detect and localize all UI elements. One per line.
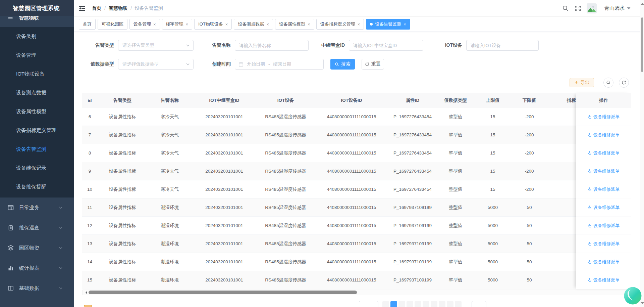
pager-page-button[interactable] xyxy=(390,301,397,307)
tab-home[interactable]: 首页 xyxy=(79,19,96,30)
table-cell: RS485温湿度传感器 xyxy=(257,114,315,120)
reset-button-label: 重置 xyxy=(371,61,381,67)
refresh-table-button[interactable] xyxy=(619,78,629,88)
sidebar-group-maintenance-inspection[interactable]: 维保巡查 xyxy=(0,218,74,238)
tab-iot-devices[interactable]: IOT物联设备× xyxy=(194,19,232,30)
dispatch-order-label: 设备维修派单 xyxy=(593,223,620,229)
tab-measure-point-data[interactable]: 设备测点数据× xyxy=(234,19,273,30)
sidebar-item-label: 设备管理 xyxy=(16,52,36,58)
breadcrumb-home[interactable]: 首页 xyxy=(92,5,101,11)
tab-alarm-monitoring[interactable]: 设备告警监测× xyxy=(366,19,410,30)
tab-close-icon[interactable]: × xyxy=(153,22,156,27)
sidebar-group-basic-data[interactable]: 基础数据 xyxy=(0,278,74,298)
column-header-relay-box-id: IOT中继宝盒ID xyxy=(192,97,257,103)
clipped-warning-button[interactable] xyxy=(84,305,92,307)
sidebar-item-indicator-definition[interactable]: 设备指标定义管理 xyxy=(0,121,74,140)
search-button[interactable]: 搜索 xyxy=(330,59,355,70)
pager-page-button[interactable] xyxy=(431,301,437,307)
sidebar-item-alarm-monitoring[interactable]: 设备告警监测 xyxy=(0,140,74,159)
pager-page-button[interactable] xyxy=(423,301,429,307)
create-time-range-picker[interactable]: 开始日期 - 结束日期 xyxy=(235,59,324,70)
table-cell: 15 xyxy=(474,169,511,174)
avatar[interactable] xyxy=(587,3,597,13)
sidebar-groups: 日常业务 维保巡查 园区物资 统计报表 基础数据 xyxy=(0,198,74,298)
sidebar-item-maintenance-record[interactable]: 设备维保记录 xyxy=(0,159,74,177)
sidebar-group-statistics-report[interactable]: 统计报表 xyxy=(0,258,74,278)
column-header-alarm-type: 告警类型 xyxy=(97,97,148,103)
fullscreen-icon[interactable] xyxy=(575,5,581,12)
dispatch-repair-order-link[interactable]: 设备维修派单 xyxy=(588,259,620,265)
table-cell: RS485温湿度传感器 xyxy=(257,223,315,229)
scroll-up-arrow[interactable] xyxy=(641,1,644,5)
dispatch-repair-order-link[interactable]: 设备维修派单 xyxy=(588,168,620,174)
pager-page-button[interactable] xyxy=(382,301,389,307)
sidebar-item-device-category[interactable]: 设备类别 xyxy=(0,27,74,46)
page-jump-input[interactable] xyxy=(472,301,486,307)
horizontal-scrollbar-thumb[interactable] xyxy=(89,291,357,294)
export-button[interactable]: 导出 xyxy=(570,78,594,87)
tab-attribute-model[interactable]: 设备属性模型× xyxy=(275,19,314,30)
dispatch-repair-order-link[interactable]: 设备维修派单 xyxy=(588,205,620,211)
tab-close-icon[interactable]: × xyxy=(308,22,310,27)
alarm-name-input[interactable] xyxy=(235,40,309,51)
tab-close-icon[interactable]: × xyxy=(404,22,406,27)
dispatch-repair-order-link[interactable]: 设备维修派单 xyxy=(588,186,620,192)
hand-pointer-icon xyxy=(588,223,592,228)
sidebar-item-maintenance-reminder[interactable]: 设备维保提醒 xyxy=(0,177,74,196)
sidebar-group-park-materials[interactable]: 园区物资 xyxy=(0,238,74,258)
floating-assistant-button[interactable] xyxy=(623,286,642,305)
pager-page-button[interactable] xyxy=(447,301,453,307)
sidebar-item-measure-point-data[interactable]: 设备测点数据 xyxy=(0,83,74,102)
op-col-body: 设备维修派单设备维修派单设备维修派单设备维修派单设备维修派单设备维修派单设备维修… xyxy=(576,108,631,289)
tab-close-icon[interactable]: × xyxy=(186,22,189,27)
table-cell: 44080000001111000015 xyxy=(315,277,388,282)
tab-device-management[interactable]: 设备管理× xyxy=(129,19,160,30)
sidebar-item-device-management[interactable]: 设备管理 xyxy=(0,46,74,64)
pager-page-button[interactable] xyxy=(407,301,413,307)
tab-building-management[interactable]: 楼宇管理× xyxy=(162,19,193,30)
dispatch-repair-order-link[interactable]: 设备维修派单 xyxy=(588,241,620,247)
tab-close-icon[interactable]: × xyxy=(358,22,360,27)
dispatch-repair-order-link[interactable]: 设备维修派单 xyxy=(588,132,620,138)
table-row: 12设备属性指标潮湿环境202403200101001RS485温湿度传感器44… xyxy=(82,217,631,235)
pager-page-button[interactable] xyxy=(398,301,405,307)
dispatch-repair-order-link[interactable]: 设备维修派单 xyxy=(588,223,620,229)
dispatch-repair-order-link[interactable]: 设备维修派单 xyxy=(588,114,620,120)
page-size-select[interactable] xyxy=(359,301,378,307)
pager-page-button[interactable] xyxy=(439,301,445,307)
iot-device-input[interactable] xyxy=(466,40,539,51)
alarm-type-select[interactable]: 请选择告警类型 xyxy=(118,40,194,51)
table-row: 11设备属性指标潮湿环境202403200101001RS485温湿度传感器44… xyxy=(82,199,631,217)
tab-close-icon[interactable]: × xyxy=(225,22,228,27)
sidebar-fold-icon[interactable] xyxy=(78,5,86,12)
dispatch-repair-order-link[interactable]: 设备维修派单 xyxy=(588,277,620,283)
value-type-select[interactable]: 请选择值数据类型 xyxy=(118,59,194,70)
sidebar-item-attribute-model[interactable]: 设备属性模型 xyxy=(0,102,74,121)
table-row: 8设备属性指标寒冷天气202403200101001RS485温湿度传感器440… xyxy=(82,144,631,162)
sidebar-group-daily-business[interactable]: 日常业务 xyxy=(0,198,74,218)
assistant-logo-icon xyxy=(623,286,642,305)
tab-close-icon[interactable]: × xyxy=(266,22,269,27)
table-cell: RS485温湿度传感器 xyxy=(257,277,315,283)
search-icon[interactable] xyxy=(562,5,569,12)
pager-page-button[interactable] xyxy=(455,301,462,307)
panel-icon xyxy=(7,285,14,292)
table-cell: 44080000001111000015 xyxy=(315,187,388,192)
dispatch-order-label: 设备维修派单 xyxy=(593,259,620,265)
table-cell: -200 xyxy=(511,132,547,137)
sidebar-item-iot-devices[interactable]: IOT物联设备 xyxy=(0,64,74,83)
breadcrumb-iot[interactable]: 智慧物联 xyxy=(109,5,127,11)
tab-visual-park[interactable]: 可视化园区 xyxy=(98,19,127,30)
dispatch-repair-order-link[interactable]: 设备维修派单 xyxy=(588,150,620,156)
chevron-down-icon xyxy=(59,266,63,270)
show-search-toggle-button[interactable] xyxy=(603,78,613,88)
tab-indicator-definition[interactable]: 设备指标定义管理× xyxy=(316,19,364,30)
vertical-scrollbar-thumb[interactable] xyxy=(641,17,643,72)
reset-button[interactable]: 重置 xyxy=(362,59,384,70)
scroll-left-arrow[interactable] xyxy=(84,291,87,294)
username[interactable]: 青山碧水 xyxy=(604,5,625,11)
caret-down-icon[interactable] xyxy=(627,7,631,10)
relay-box-id-input[interactable] xyxy=(349,40,423,51)
table-cell: RS485温湿度传感器 xyxy=(257,241,315,247)
pager-page-button[interactable] xyxy=(415,301,421,307)
